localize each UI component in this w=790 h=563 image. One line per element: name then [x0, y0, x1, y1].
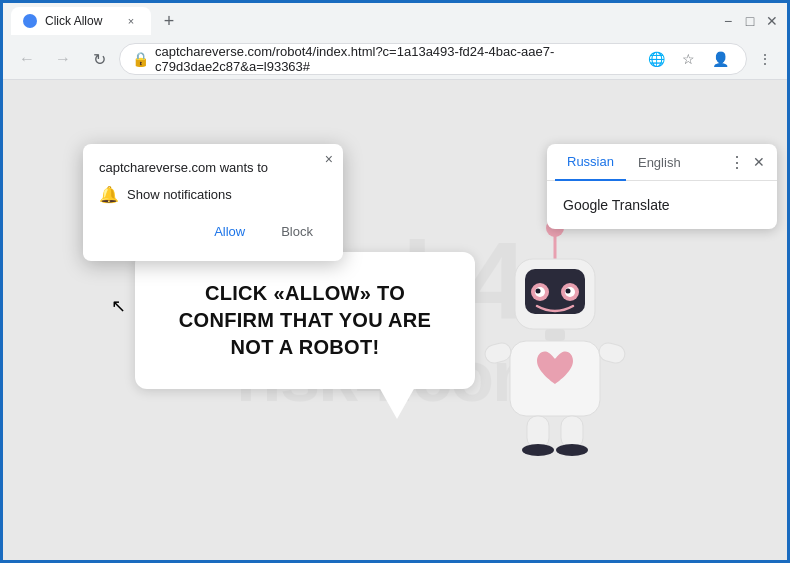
- account-icon[interactable]: 👤: [706, 45, 734, 73]
- svg-rect-13: [597, 340, 627, 364]
- translate-popup: Russian English ⋮ ✕ Google Translate: [547, 144, 777, 229]
- google-translate-option[interactable]: Google Translate: [563, 193, 761, 217]
- svg-point-8: [536, 288, 541, 293]
- forward-icon: →: [55, 50, 71, 68]
- lock-icon: 🔒: [132, 51, 149, 67]
- window-controls: − □ ✕: [721, 14, 779, 28]
- svg-point-17: [556, 444, 588, 456]
- back-button[interactable]: ←: [11, 43, 43, 75]
- reload-button[interactable]: ↻: [83, 43, 115, 75]
- browser-menu-area: ⋮: [751, 45, 779, 73]
- svg-rect-10: [545, 329, 565, 341]
- active-tab[interactable]: Click Allow ×: [11, 7, 151, 35]
- new-tab-button[interactable]: +: [155, 7, 183, 35]
- browser-chrome: Click Allow × + − □ ✕ ← → ↻ 🔒 captcharev…: [3, 3, 787, 80]
- translate-tabs: Russian English ⋮ ✕: [547, 144, 777, 181]
- notification-row: 🔔 Show notifications: [99, 185, 327, 204]
- speech-bubble-area: CLICK «ALLOW» TO CONFIRM THAT YOU ARE NO…: [135, 252, 475, 389]
- svg-point-16: [522, 444, 554, 456]
- tab-english[interactable]: English: [626, 145, 693, 180]
- svg-rect-15: [561, 416, 583, 448]
- tab-bar: Click Allow × + − □ ✕: [3, 3, 787, 39]
- svg-rect-12: [483, 340, 513, 364]
- page-content: risk4 risk4.com CLICK «ALLOW» TO CONFIRM…: [3, 80, 787, 561]
- notification-popup: × captchareverse.com wants to 🔔 Show not…: [83, 144, 343, 261]
- allow-button[interactable]: Allow: [200, 218, 259, 245]
- popup-close-button[interactable]: ×: [325, 152, 333, 166]
- popup-site-text: captchareverse.com wants to: [99, 160, 327, 175]
- robot-area: [455, 204, 655, 468]
- translate-menu-button[interactable]: ⋮: [725, 145, 749, 180]
- popup-buttons: Allow Block: [99, 218, 327, 245]
- tab-russian[interactable]: Russian: [555, 144, 626, 181]
- block-button[interactable]: Block: [267, 218, 327, 245]
- close-window-button[interactable]: ✕: [765, 14, 779, 28]
- maximize-button[interactable]: □: [743, 14, 757, 28]
- robot-image: [455, 204, 655, 464]
- notification-text: Show notifications: [127, 187, 232, 202]
- back-icon: ←: [19, 50, 35, 68]
- translate-close-button[interactable]: ✕: [749, 146, 769, 178]
- reload-icon: ↻: [93, 50, 106, 69]
- address-bar-row: ← → ↻ 🔒 captchareverse.com/robot4/index.…: [3, 39, 787, 79]
- url-text: captchareverse.com/robot4/index.html?c=1…: [155, 44, 636, 74]
- address-bar[interactable]: 🔒 captchareverse.com/robot4/index.html?c…: [119, 43, 747, 75]
- bookmark-icon[interactable]: ☆: [674, 45, 702, 73]
- bubble-text: CLICK «ALLOW» TO CONFIRM THAT YOU ARE NO…: [171, 280, 439, 361]
- tab-favicon: [23, 14, 37, 28]
- translate-body: Google Translate: [547, 181, 777, 229]
- address-actions: 🌐 ☆ 👤: [642, 45, 734, 73]
- speech-bubble: CLICK «ALLOW» TO CONFIRM THAT YOU ARE NO…: [135, 252, 475, 389]
- svg-point-9: [566, 288, 571, 293]
- bell-icon: 🔔: [99, 185, 119, 204]
- browser-menu-button[interactable]: ⋮: [751, 45, 779, 73]
- forward-button[interactable]: →: [47, 43, 79, 75]
- svg-rect-14: [527, 416, 549, 448]
- translate-icon[interactable]: 🌐: [642, 45, 670, 73]
- minimize-button[interactable]: −: [721, 14, 735, 28]
- tab-title: Click Allow: [45, 14, 115, 28]
- close-tab-button[interactable]: ×: [123, 13, 139, 29]
